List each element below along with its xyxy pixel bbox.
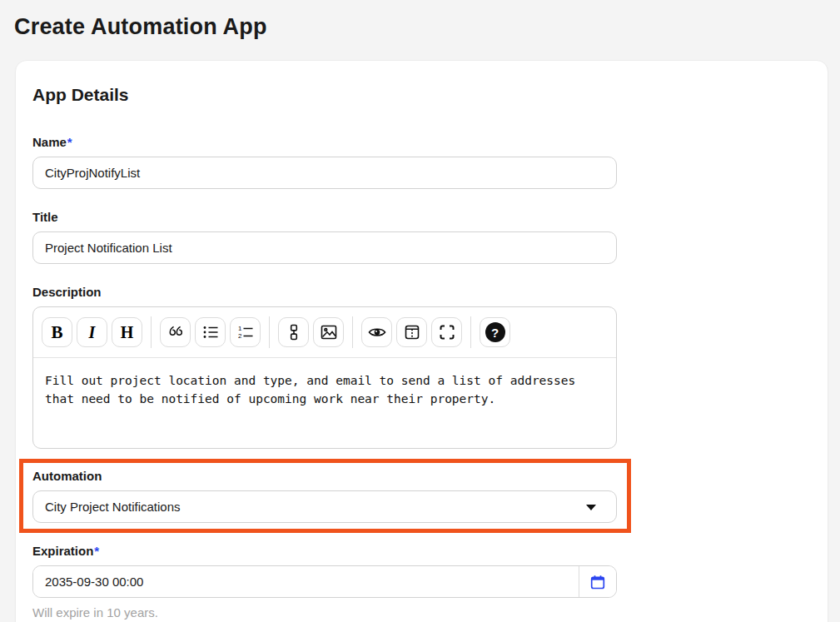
name-label-text: Name	[32, 135, 67, 149]
fullscreen-icon	[437, 322, 457, 342]
image-icon	[319, 322, 339, 342]
image-button[interactable]	[313, 317, 344, 347]
fullscreen-button[interactable]	[431, 317, 462, 347]
card-title: App Details	[32, 84, 811, 106]
expiration-help-text: Will expire in 10 years.	[32, 605, 617, 620]
toolbar-separator	[352, 316, 353, 348]
name-field: Name*	[32, 134, 617, 189]
name-label: Name*	[32, 134, 617, 150]
expiration-field: Expiration* Will expire in 10 years.	[32, 543, 617, 620]
help-button[interactable]: ?	[480, 317, 510, 347]
heading-button[interactable]: H	[112, 317, 142, 347]
preview-button[interactable]	[361, 317, 392, 347]
toolbar-separator	[151, 316, 152, 348]
description-editor: B I H	[32, 306, 617, 449]
bold-icon: B	[51, 322, 62, 343]
expiration-label: Expiration*	[32, 543, 617, 559]
split-view-icon	[402, 322, 422, 342]
editor-toolbar: B I H	[33, 307, 616, 358]
automation-highlight-box: Automation City Project Notifications	[19, 459, 631, 533]
blockquote-button[interactable]	[160, 317, 191, 347]
automation-select-value: City Project Notifications	[45, 500, 181, 514]
eye-icon	[367, 322, 387, 342]
toolbar-separator	[470, 316, 471, 348]
description-textarea[interactable]: Fill out project location and type, and …	[33, 358, 616, 448]
heading-icon: H	[121, 323, 134, 342]
blockquote-icon	[166, 322, 186, 342]
bulleted-list-button[interactable]	[195, 317, 226, 347]
description-label: Description	[32, 284, 617, 300]
link-icon	[284, 322, 304, 342]
expiration-input[interactable]	[33, 566, 579, 597]
title-field: Title	[32, 209, 617, 264]
italic-icon: I	[89, 323, 96, 342]
numbered-list-icon: 1 2	[236, 322, 256, 342]
automation-select[interactable]: City Project Notifications	[32, 490, 617, 523]
name-input[interactable]	[32, 157, 617, 189]
app-details-card: App Details Name* Title Description B I …	[15, 60, 828, 622]
title-input[interactable]	[32, 231, 617, 264]
help-icon: ?	[485, 322, 505, 342]
expiration-input-group	[32, 565, 617, 598]
automation-label: Automation	[32, 468, 617, 484]
link-button[interactable]	[278, 317, 309, 347]
svg-text:2: 2	[238, 332, 242, 340]
bold-button[interactable]: B	[42, 317, 72, 347]
toolbar-separator	[269, 316, 270, 348]
page-title: Create Automation App	[14, 10, 840, 43]
automation-field: Automation City Project Notifications	[32, 468, 617, 523]
expiration-label-text: Expiration	[32, 544, 93, 558]
svg-text:1: 1	[238, 325, 242, 332]
description-text: Fill out project location and type, and …	[45, 371, 590, 408]
required-asterisk: *	[94, 544, 99, 558]
required-asterisk: *	[67, 135, 72, 149]
title-label: Title	[32, 209, 617, 225]
description-field: Description B I H	[32, 284, 617, 449]
bulleted-list-icon	[201, 322, 221, 342]
calendar-button[interactable]	[579, 566, 616, 597]
split-view-button[interactable]	[396, 317, 427, 347]
chevron-down-icon	[586, 505, 596, 510]
calendar-icon	[588, 572, 608, 592]
italic-button[interactable]: I	[77, 317, 107, 347]
numbered-list-button[interactable]: 1 2	[230, 317, 261, 347]
